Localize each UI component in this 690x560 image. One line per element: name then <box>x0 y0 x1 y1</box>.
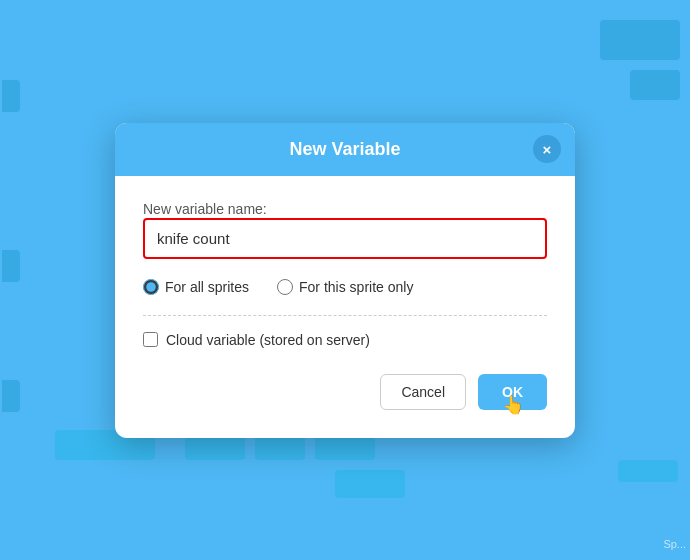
cancel-button[interactable]: Cancel <box>380 374 466 410</box>
cloud-variable-option[interactable]: Cloud variable (stored on server) <box>143 332 547 348</box>
ok-button[interactable]: OK 👆 <box>478 374 547 410</box>
all-sprites-radio[interactable] <box>143 279 159 295</box>
dialog-body: New variable name: For all sprites For t… <box>115 176 575 356</box>
this-sprite-label: For this sprite only <box>299 279 413 295</box>
cloud-checkbox[interactable] <box>143 332 158 347</box>
ok-label: OK <box>502 384 523 400</box>
variable-name-input[interactable] <box>143 218 547 259</box>
dialog-header: New Variable × <box>115 123 575 176</box>
all-sprites-label: For all sprites <box>165 279 249 295</box>
section-divider <box>143 315 547 316</box>
close-button[interactable]: × <box>533 135 561 163</box>
field-label: New variable name: <box>143 201 267 217</box>
this-sprite-option[interactable]: For this sprite only <box>277 279 413 295</box>
scope-radio-group: For all sprites For this sprite only <box>143 279 547 295</box>
dialog-footer: Cancel OK 👆 <box>115 356 575 410</box>
all-sprites-option[interactable]: For all sprites <box>143 279 249 295</box>
new-variable-dialog: New Variable × New variable name: For al… <box>115 123 575 438</box>
sprite-label: Sp... <box>663 538 686 550</box>
this-sprite-radio[interactable] <box>277 279 293 295</box>
cloud-label: Cloud variable (stored on server) <box>166 332 370 348</box>
dialog-title: New Variable <box>289 139 400 160</box>
